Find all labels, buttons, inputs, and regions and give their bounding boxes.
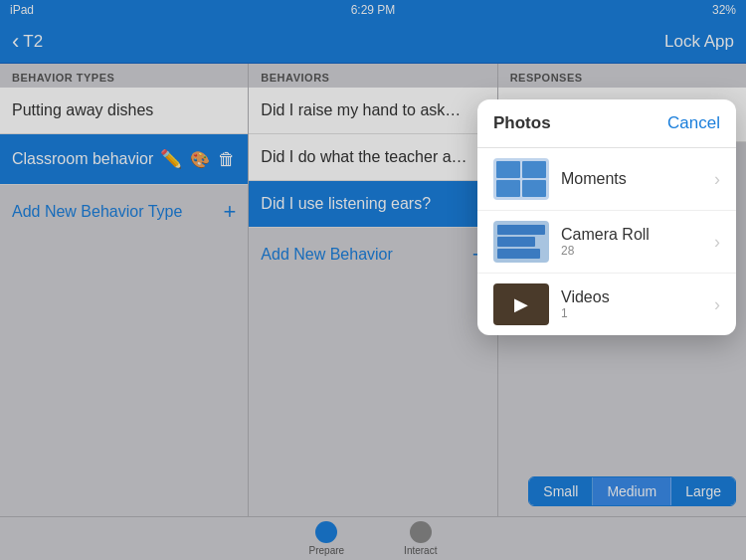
modal-header: Photos Cancel xyxy=(477,99,736,148)
videos-info: Videos 1 xyxy=(561,288,714,320)
camera-roll-label: Camera Roll xyxy=(561,226,714,244)
videos-count: 1 xyxy=(561,306,714,320)
camera-roll-count: 28 xyxy=(561,244,714,258)
modal-videos-row[interactable]: ▶ Videos 1 › xyxy=(477,274,736,335)
modal-title: Photos xyxy=(493,113,551,133)
modal-overlay: Photos Cancel Moments › xyxy=(0,0,746,560)
videos-thumbnail: ▶ xyxy=(493,283,549,325)
videos-chevron-icon: › xyxy=(714,294,720,315)
moments-label: Moments xyxy=(561,170,714,188)
modal-moments-row[interactable]: Moments › xyxy=(477,148,736,211)
camera-roll-thumbnail xyxy=(493,221,549,263)
moments-thumbnail xyxy=(493,158,549,200)
moments-info: Moments xyxy=(561,170,714,188)
moments-chevron-icon: › xyxy=(714,169,720,190)
videos-label: Videos xyxy=(561,288,714,306)
camera-roll-info: Camera Roll 28 xyxy=(561,226,714,258)
camera-roll-chevron-icon: › xyxy=(714,232,720,253)
photos-modal: Photos Cancel Moments › xyxy=(477,99,736,335)
modal-cancel-button[interactable]: Cancel xyxy=(667,113,720,133)
video-play-icon: ▶ xyxy=(514,293,528,315)
modal-camera-roll-row[interactable]: Camera Roll 28 › xyxy=(477,211,736,274)
